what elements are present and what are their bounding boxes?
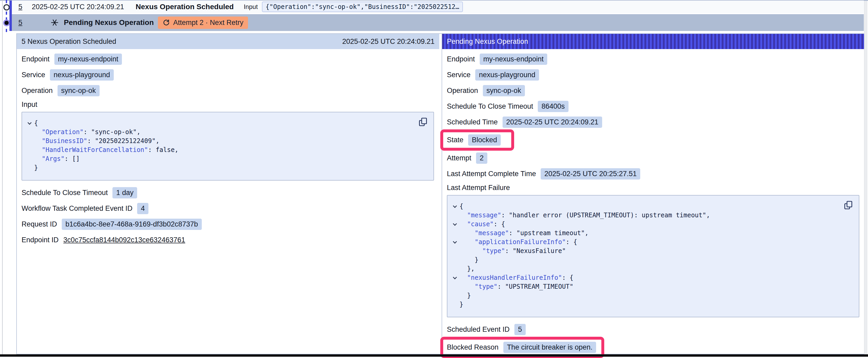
state-annotation-highlight: State Blocked: [440, 129, 514, 151]
code-line-text: "BusinessID": "20250225122409",: [34, 136, 159, 145]
field-value-chip: my-nexus-endpoint: [480, 54, 548, 65]
pending-panel-header: Pending Nexus Operation: [442, 34, 865, 49]
field-row: Scheduled Event ID 5: [447, 324, 859, 335]
field-value-chip: 2025-02-25 UTC 20:24:09.21: [502, 117, 602, 128]
code-line-text: "message": "handler error (UPSTREAM_TIME…: [460, 211, 710, 220]
failure-json-viewer: { "message": "handler error (UPSTREAM_TI…: [447, 195, 859, 317]
field-label: Service: [447, 71, 470, 79]
chevron-gutter: [450, 300, 460, 309]
field-value-chip: 1 day: [113, 187, 137, 198]
window-bottom-edge: [0, 354, 868, 357]
pending-panel-title: Pending Nexus Operation: [447, 37, 528, 46]
chevron-gutter: [25, 154, 34, 163]
field-label: Workflow Task Completed Event ID: [22, 204, 132, 213]
field-label: Endpoint: [22, 55, 50, 63]
attempt-retry-badge: Attempt 2 · Next Retry: [158, 17, 248, 29]
chevron-gutter: [450, 247, 460, 255]
code-line-text: "applicationFailureInfo": {: [460, 237, 577, 247]
field-row: Scheduled Time 2025-02-25 UTC 20:24:09.2…: [447, 116, 859, 128]
collapse-chevron-icon[interactable]: [450, 273, 460, 282]
field-value-chip: b1c6a4bc-8ee7-468a-9169-df3b02c8737b: [62, 219, 202, 230]
code-line-text: "nexusHandlerFailureInfo": {: [460, 273, 574, 282]
event-timestamp: 2025-02-25 UTC 20:24:09.21: [32, 3, 124, 11]
code-line-text: "HandlerWaitForCancellation": false,: [34, 145, 178, 154]
copy-icon[interactable]: [843, 200, 853, 211]
field-label: Scheduled Time: [447, 118, 498, 126]
field-row: Last Attempt Complete Time 2025-02-25 UT…: [447, 168, 859, 180]
code-line-text: "cause": {: [460, 220, 505, 229]
field-label: Operation: [22, 87, 53, 95]
scheduled-event-panel: 5 Nexus Operation Scheduled 2025-02-25 U…: [17, 34, 439, 354]
chevron-gutter: [25, 128, 34, 136]
code-line-text: "Args": []: [34, 154, 80, 163]
field-value-chip: nexus-playground: [475, 69, 539, 80]
field-label: State: [447, 136, 463, 144]
event-id-link[interactable]: 5: [19, 3, 22, 11]
event-row-scheduled[interactable]: 5 2025-02-25 UTC 20:24:09.21 Nexus Opera…: [12, 1, 864, 13]
event-input-preview-chip[interactable]: {"Operation":"sync-op-ok","BusinessID":"…: [262, 2, 463, 12]
event-id-link[interactable]: 5: [19, 19, 22, 27]
collapse-chevron-icon[interactable]: [450, 237, 460, 247]
field-label: Request ID: [22, 220, 57, 228]
field-label: Scheduled Event ID: [447, 325, 510, 334]
chevron-gutter: [450, 282, 460, 291]
code-line-text: "message": "upstream timeout",: [460, 229, 588, 237]
scheduled-panel-title: 5 Nexus Operation Scheduled: [22, 37, 116, 46]
field-value-chip: nexus-playground: [50, 69, 114, 80]
field-label: Schedule To Close Timeout: [22, 189, 108, 197]
chevron-gutter: [25, 136, 34, 145]
chevron-gutter: [25, 145, 34, 154]
collapse-chevron-icon[interactable]: [25, 119, 34, 128]
scrollbar-gutter[interactable]: [864, 1, 867, 354]
field-value-chip: 4: [137, 203, 149, 214]
collapse-chevron-icon[interactable]: [450, 220, 460, 229]
scheduled-panel-timestamp: 2025-02-25 UTC 20:24:09.21: [342, 37, 435, 46]
state-value-chip: Blocked: [468, 134, 501, 146]
pending-operation-panel: Pending Nexus Operation Endpoint my-nexu…: [442, 34, 865, 354]
state-field-row: State Blocked: [447, 132, 859, 150]
code-line-text: "type": "UPSTREAM_TIMEOUT": [460, 282, 574, 291]
field-row: Request ID b1c6a4bc-8ee7-468a-9169-df3b0…: [22, 218, 434, 230]
chevron-gutter: [450, 291, 460, 300]
pending-asterisk-icon: [50, 18, 59, 27]
code-line-text: "type": "NexusFailure": [460, 247, 566, 255]
field-label: Last Attempt Complete Time: [447, 170, 536, 178]
chevron-gutter: [450, 211, 460, 220]
scheduled-panel-header: 5 Nexus Operation Scheduled 2025-02-25 U…: [17, 34, 439, 49]
collapse-chevron-icon[interactable]: [450, 202, 460, 211]
field-row: Schedule To Close Timeout 86400s: [447, 100, 859, 112]
code-line-text: }: [34, 163, 38, 172]
code-line-text: }: [460, 255, 478, 264]
field-label: Endpoint: [447, 55, 475, 63]
field-row: Service nexus-playground: [447, 69, 859, 80]
field-row: Endpoint my-nexus-endpoint: [22, 53, 434, 65]
field-value-chip: sync-op-ok: [483, 85, 525, 96]
window-left-edge: [2, 0, 3, 355]
event-row-pending[interactable]: 5 Pending Nexus Operation Attempt 2 · Ne…: [12, 14, 864, 31]
chevron-gutter: [450, 264, 460, 273]
field-label: Operation: [447, 87, 478, 95]
chevron-gutter: [450, 255, 460, 264]
event-name: Nexus Operation Scheduled: [135, 3, 234, 11]
code-line-text: "Operation": "sync-op-ok",: [34, 128, 141, 136]
code-line-text: },: [460, 264, 475, 273]
selected-event-indicator-bar: [9, 1, 12, 31]
retry-icon: [163, 19, 170, 26]
field-label: Blocked Reason: [447, 343, 499, 352]
copy-icon[interactable]: [418, 117, 428, 128]
event-detail-container: 5 Nexus Operation Scheduled 2025-02-25 U…: [16, 33, 865, 354]
field-row: Endpoint my-nexus-endpoint: [447, 53, 859, 65]
pending-event-name: Pending Nexus Operation: [64, 19, 154, 27]
field-label: Service: [22, 71, 45, 79]
input-json-viewer: { "Operation": "sync-op-ok", "BusinessID…: [22, 112, 434, 181]
timeline-node-active-icon[interactable]: [3, 20, 10, 26]
timeline-node-open-icon[interactable]: [3, 4, 10, 10]
field-row: Attempt 2: [447, 152, 859, 164]
field-row: Operation sync-op-ok: [447, 85, 859, 96]
field-label: Endpoint ID: [22, 236, 59, 244]
field-value-chip: sync-op-ok: [58, 85, 99, 96]
field-value-chip: 2025-02-25 UTC 20:25:27.51: [541, 168, 640, 180]
field-row: Schedule To Close Timeout 1 day: [22, 187, 434, 198]
endpoint-id-link[interactable]: 3c0c75ccfa8144b092c13ce632463761: [63, 236, 185, 244]
field-row: Service nexus-playground: [22, 69, 434, 80]
